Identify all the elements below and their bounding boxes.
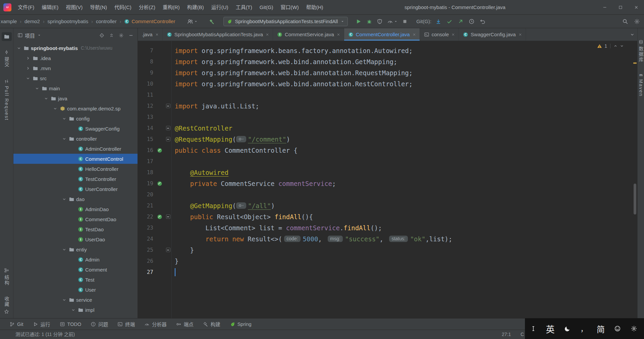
- spring-bean-icon[interactable]: [157, 148, 162, 153]
- tree-item[interactable]: controller: [13, 134, 138, 144]
- chevron-right-icon[interactable]: [26, 66, 30, 70]
- tree-item[interactable]: com.example.demo2.sp: [13, 103, 138, 113]
- menu-item[interactable]: 运行(U): [208, 0, 232, 15]
- code-line[interactable]: 15@RequestMapping("/comment"): [138, 134, 633, 145]
- fold-region[interactable]: [165, 248, 171, 252]
- code-line[interactable]: 25 }: [138, 244, 633, 255]
- toolwindow-button-git[interactable]: Git: [5, 319, 28, 330]
- tree-item[interactable]: IUserDao: [13, 234, 138, 244]
- tree-item[interactable]: CAdmin: [13, 254, 138, 264]
- menu-item[interactable]: 文件(F): [14, 0, 38, 15]
- tree-chevron[interactable]: [52, 106, 58, 111]
- fold-marker-icon[interactable]: [166, 104, 170, 108]
- tree-item[interactable]: main: [13, 83, 138, 93]
- tree-item[interactable]: CHelloController: [13, 164, 138, 174]
- tree-item[interactable]: entiy: [13, 244, 138, 254]
- tree-item[interactable]: dao: [13, 194, 138, 204]
- spring-bean-icon[interactable]: [157, 214, 162, 220]
- tree-chevron[interactable]: [24, 56, 31, 60]
- search-everywhere-button[interactable]: [622, 18, 628, 25]
- menu-item[interactable]: 编辑(E): [38, 0, 62, 15]
- ime-settings-icon[interactable]: [631, 325, 637, 332]
- tree-item[interactable]: impl: [13, 305, 138, 315]
- toolwindow-button--[interactable]: 构建: [198, 319, 225, 330]
- git-branch-label[interactable]: Git(G):: [416, 18, 431, 24]
- toolwindow-button--[interactable]: 运行: [28, 319, 55, 330]
- tree-item[interactable]: CUser: [13, 285, 138, 295]
- tab-close-icon[interactable]: [336, 33, 340, 37]
- tab-close-icon[interactable]: [451, 33, 455, 37]
- fold-region[interactable]: [165, 214, 171, 219]
- scrollbar-thumb[interactable]: [634, 184, 636, 214]
- tree-chevron[interactable]: [24, 76, 31, 81]
- ime-script-toggle[interactable]: 简: [597, 323, 605, 335]
- caret-position-widget[interactable]: 27:1: [502, 330, 511, 339]
- tab-close-icon[interactable]: [265, 33, 269, 37]
- code-line[interactable]: 27: [138, 267, 633, 278]
- tree-chevron[interactable]: [61, 197, 67, 201]
- menu-item[interactable]: 分析(Z): [135, 0, 159, 15]
- toolwindow-button--[interactable]: 分析器: [140, 319, 171, 330]
- code-line[interactable]: 24 return new Result<>(code:5000, msg:"s…: [138, 233, 633, 244]
- chevron-down-icon[interactable]: [53, 106, 57, 111]
- tree-item[interactable]: CTestController: [13, 174, 138, 184]
- fold-region[interactable]: [165, 126, 171, 130]
- collapse-all-button[interactable]: [109, 33, 114, 38]
- chevron-down-icon[interactable]: [44, 96, 48, 101]
- vcs-rollback-button[interactable]: [480, 18, 486, 25]
- spring-bean-icon[interactable]: [157, 181, 162, 186]
- commit-toolwindow[interactable]: 提交: [3, 50, 10, 67]
- fold-region[interactable]: [165, 104, 171, 108]
- tree-item[interactable]: service: [13, 295, 138, 305]
- tree-item[interactable]: CUserController: [13, 184, 138, 194]
- code-line[interactable]: 13: [138, 111, 633, 123]
- vcs-commit-button[interactable]: [446, 18, 452, 25]
- maven-toolwindow[interactable]: mMaven: [638, 72, 644, 97]
- fold-marker-icon[interactable]: [166, 126, 170, 130]
- code-with-me-button[interactable]: [187, 18, 198, 25]
- tree-item[interactable]: config: [13, 113, 138, 124]
- tree-chevron[interactable]: [61, 116, 67, 121]
- chevron-down-icon[interactable]: [62, 197, 66, 201]
- toolwindow-button--[interactable]: 问题: [86, 319, 113, 330]
- vcs-push-button[interactable]: [458, 18, 464, 25]
- tab-close-icon[interactable]: [518, 33, 522, 37]
- menu-item[interactable]: 代码(C): [111, 0, 135, 15]
- bookmarks-toolwindow[interactable]: 收藏: [3, 296, 10, 314]
- fold-marker-icon[interactable]: [166, 137, 170, 141]
- spring-bean-gutter-icon[interactable]: [155, 148, 165, 153]
- tree-item-selected[interactable]: CCommentControl: [13, 154, 138, 164]
- fold-marker-icon[interactable]: [166, 248, 170, 252]
- editor-tab[interactable]: .java: [138, 28, 163, 41]
- pull-request-toolwindow[interactable]: Pull Request: [4, 79, 9, 120]
- project-toolwindow[interactable]: [2, 32, 12, 41]
- tree-chevron[interactable]: [43, 96, 49, 101]
- editor-tab[interactable]: ICommentService.java: [273, 28, 344, 41]
- minimize-button[interactable]: [597, 0, 612, 15]
- code-line[interactable]: 22 public Result<Object> findAll(){: [138, 211, 633, 222]
- run-button[interactable]: [355, 18, 362, 25]
- chevron-down-icon[interactable]: [62, 137, 66, 141]
- editor-tab[interactable]: CSwaggerConfig.java: [459, 28, 526, 41]
- tree-item[interactable]: .mvn: [13, 63, 138, 73]
- menu-item[interactable]: 工具(T): [232, 0, 256, 15]
- chevron-down-icon[interactable]: [17, 46, 21, 50]
- vcs-update-button[interactable]: [435, 18, 441, 25]
- chevron-down-icon[interactable]: [26, 76, 30, 81]
- chevron-down-icon[interactable]: [71, 308, 75, 312]
- profiler-button[interactable]: [387, 18, 398, 25]
- chevron-down-icon[interactable]: [35, 86, 39, 91]
- code-line[interactable]: 19 private CommentService commentService…: [138, 178, 633, 189]
- breadcrumb-item[interactable]: CCommentController: [124, 18, 175, 24]
- tree-chevron[interactable]: [61, 298, 67, 302]
- tree-item[interactable]: ITestDao: [13, 224, 138, 234]
- code-line[interactable]: 10import org.springframework.web.bind.an…: [138, 78, 633, 89]
- emoji-icon[interactable]: [614, 325, 621, 332]
- spring-bean-gutter-icon[interactable]: [155, 181, 165, 186]
- code-line[interactable]: 26}: [138, 255, 633, 267]
- code-line[interactable]: 17: [138, 156, 633, 167]
- menu-item[interactable]: 帮助(H): [303, 0, 327, 15]
- chevron-down-icon[interactable]: [62, 298, 66, 302]
- menu-item[interactable]: Git(G): [256, 0, 277, 15]
- next-warning-icon[interactable]: [620, 44, 624, 48]
